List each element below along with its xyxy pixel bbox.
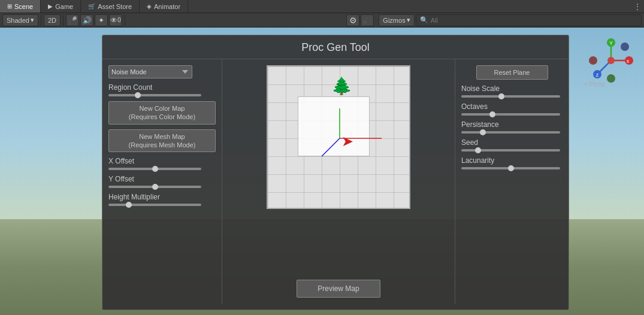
y-offset-container: Y Offset [108, 175, 216, 188]
preview-viewport: 🌲 ➤ [267, 65, 410, 209]
noise-mode-select[interactable]: Noise Mode Color Mode Mesh Mode [108, 65, 192, 78]
viewport-rect [298, 96, 370, 156]
region-count-container: Region Count [108, 83, 216, 96]
tab-game[interactable]: ▶ Game [41, 0, 81, 13]
tab-bar: ⊞ Scene ▶ Game 🛒 Asset Store ◈ Animator … [0, 0, 644, 13]
search-icon: 🔍 [420, 16, 428, 24]
center-column: 🌲 ➤ Preview Map [222, 59, 455, 304]
toolbar-separator-1 [41, 15, 41, 26]
region-count-label: Region Count [108, 83, 216, 92]
panel-title: Proc Gen Tool [102, 35, 569, 59]
persistance-slider[interactable] [461, 131, 560, 134]
tab-animator[interactable]: ◈ Animator [140, 0, 188, 13]
lacunarity-label: Lacunarity [461, 156, 563, 165]
scene-area: x Y z < Persp Proc Gen Tool Noise Mode [0, 28, 644, 315]
region-count-slider[interactable] [108, 94, 201, 96]
svg-point-9 [589, 56, 597, 65]
2d-label: 2D [48, 17, 56, 24]
toolbar: Shaded ▾ 2D 🎤 🔊 ✦ 👁 0 ⚙ 🎥 Gizmos ▾ 🔍 [0, 13, 644, 28]
game-icon: ▶ [48, 3, 53, 10]
tab-game-label: Game [55, 3, 73, 10]
left-column: Noise Mode Color Mode Mesh Mode Region C… [102, 59, 222, 304]
panel-content: Noise Mode Color Mode Mesh Mode Region C… [102, 59, 569, 304]
noise-scale-slider[interactable] [461, 95, 560, 98]
search-input[interactable] [431, 17, 637, 24]
x-offset-container: X Offset [108, 157, 216, 170]
eye-button[interactable]: 👁 0 [109, 14, 122, 26]
dropdown-arrow-icon: ▾ [31, 16, 34, 24]
tab-overflow-icon[interactable]: ⋮ [633, 2, 642, 11]
tab-asset-store-label: Asset Store [98, 3, 132, 10]
svg-text:z: z [596, 72, 599, 78]
eye-count: 0 [117, 17, 121, 23]
lacunarity-group: Lacunarity [461, 156, 563, 169]
toolbar-separator-3 [125, 15, 125, 26]
gizmos-dropdown-icon: ▾ [407, 16, 410, 24]
svg-text:x: x [627, 58, 630, 64]
octaves-slider[interactable] [461, 113, 560, 116]
tool-panel: Proc Gen Tool Noise Mode Color Mode Mesh… [102, 35, 569, 310]
height-multiplier-slider[interactable] [108, 204, 201, 206]
asset-store-icon: 🛒 [88, 3, 95, 10]
svg-point-11 [621, 43, 629, 51]
seed-label: Seed [461, 138, 563, 147]
y-offset-slider[interactable] [108, 186, 201, 188]
speaker-button[interactable]: 🔊 [80, 14, 93, 26]
shaded-button[interactable]: Shaded ▾ [2, 14, 38, 26]
octaves-label: Octaves [461, 102, 563, 111]
tab-asset-store[interactable]: 🛒 Asset Store [81, 0, 140, 13]
tree-icon: 🌲 [331, 76, 352, 96]
animator-icon: ◈ [147, 3, 152, 10]
octaves-group: Octaves [461, 102, 563, 116]
height-multiplier-container: Height Multiplier [108, 193, 216, 206]
preview-map-button[interactable]: Preview Map [297, 280, 380, 298]
settings-button[interactable]: ⚙ [346, 14, 359, 26]
tab-scene[interactable]: ⊞ Scene [0, 0, 41, 13]
shaded-label: Shaded [7, 17, 29, 24]
microphone-button[interactable]: 🎤 [66, 14, 79, 26]
persistance-group: Persistance [461, 120, 563, 134]
x-offset-slider[interactable] [108, 168, 201, 170]
new-color-map-button[interactable]: New Color Map(Requires Color Mode) [108, 101, 216, 125]
x-offset-label: X Offset [108, 157, 216, 165]
red-arrow-icon: ➤ [341, 133, 353, 150]
y-offset-label: Y Offset [108, 175, 216, 183]
gizmos-label: Gizmos [383, 17, 405, 24]
seed-slider[interactable] [461, 149, 560, 152]
tab-animator-label: Animator [154, 3, 180, 10]
right-column: Reset Plane Noise Scale Octaves Persista… [455, 59, 569, 304]
gizmo-svg: x Y z [584, 34, 638, 87]
effects-button[interactable]: ✦ [95, 14, 108, 26]
toolbar-separator-2 [63, 15, 64, 26]
camera-button[interactable]: 🎥 [361, 14, 374, 26]
svg-point-10 [607, 74, 615, 83]
persistance-label: Persistance [461, 120, 563, 129]
height-multiplier-label: Height Multiplier [108, 193, 216, 201]
noise-scale-group: Noise Scale [461, 84, 563, 98]
seed-group: Seed [461, 138, 563, 152]
noise-scale-label: Noise Scale [461, 84, 563, 93]
2d-button[interactable]: 2D [44, 14, 61, 26]
persp-label: < Persp [584, 81, 605, 87]
gizmos-button[interactable]: Gizmos ▾ [379, 14, 414, 26]
svg-text:Y: Y [609, 40, 613, 46]
svg-point-12 [607, 57, 615, 64]
scene-icon: ⊞ [7, 3, 12, 10]
reset-plane-button[interactable]: Reset Plane [476, 65, 548, 80]
new-mesh-map-button[interactable]: New Mesh Map(Requires Mesh Mode) [108, 129, 216, 153]
tab-scene-label: Scene [14, 3, 33, 10]
gizmo-area: x Y z < Persp [584, 34, 638, 87]
search-bar[interactable]: 🔍 [416, 14, 642, 26]
lacunarity-slider[interactable] [461, 167, 560, 169]
